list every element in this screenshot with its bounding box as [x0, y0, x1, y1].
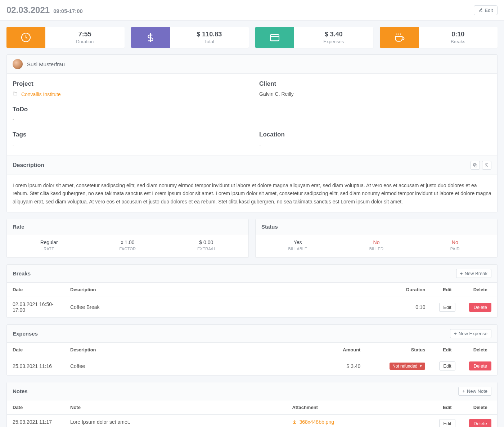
billable-value: Yes: [258, 239, 337, 245]
edit-row-button[interactable]: Edit: [439, 419, 455, 427]
expenses-label: Expenses: [323, 39, 344, 44]
paid-cell: No PAID: [416, 239, 494, 251]
expense-date: 25.03.2021 11:16: [7, 357, 64, 375]
svg-rect-1: [270, 35, 279, 41]
breaks-label: Breaks: [451, 39, 465, 44]
rate-value: Regular: [10, 239, 88, 245]
col-desc: Description: [64, 343, 294, 357]
page-header: 02.03.2021 09:05-17:00 Edit: [0, 0, 504, 21]
new-expense-button[interactable]: + New Expense: [450, 329, 491, 338]
col-attach: Attachment: [286, 400, 431, 415]
col-amount: Amount: [294, 343, 366, 357]
col-date: Date: [7, 283, 64, 297]
notes-heading: Notes: [13, 388, 28, 394]
tags-block: Tags -: [13, 131, 245, 148]
attachment-link[interactable]: 368x448bb.png: [292, 419, 334, 425]
total-value: $ 110.83: [197, 31, 222, 38]
clear-format-icon: [484, 163, 489, 168]
folder-icon: [13, 91, 19, 97]
paid-value: No: [416, 239, 494, 245]
col-del: Delete: [463, 343, 497, 357]
plus-icon: +: [462, 388, 465, 394]
todo-heading: ToDo: [13, 106, 245, 113]
copy-button[interactable]: [471, 161, 480, 170]
location-block: Location -: [259, 131, 491, 148]
description-heading: Description: [13, 162, 44, 168]
new-break-label: New Break: [464, 271, 487, 276]
description-header: Description: [7, 156, 497, 175]
new-expense-label: New Expense: [459, 331, 487, 336]
rate-panel: Rate Regular RATE x 1.00 FACTOR $ 0.00 E…: [6, 219, 249, 258]
edit-button-label: Edit: [485, 8, 493, 13]
paid-label: PAID: [416, 247, 494, 251]
plus-icon: +: [454, 331, 457, 336]
billable-label: BILLABLE: [258, 247, 337, 251]
rate-label: RATE: [10, 247, 88, 251]
breaks-heading: Breaks: [13, 270, 31, 277]
col-date: Date: [7, 343, 64, 357]
duration-value: 7:55: [78, 31, 91, 38]
status-heading: Status: [256, 219, 497, 234]
delete-row-button[interactable]: Delete: [469, 419, 491, 427]
delete-row-button[interactable]: Delete: [469, 361, 491, 370]
expenses-heading: Expenses: [13, 331, 38, 337]
col-note: Note: [64, 400, 286, 415]
note-date: 25.03.2021 11:17: [7, 415, 64, 427]
clear-format-button[interactable]: [482, 161, 491, 170]
user-name: Susi Musterfrau: [27, 61, 65, 67]
col-edit: Edit: [431, 283, 463, 297]
break-date: 02.03.2021 16:50-17:00: [7, 297, 64, 318]
col-duration: Duration: [274, 283, 431, 297]
expenses-value: $ 3.40: [325, 31, 343, 38]
edit-button[interactable]: Edit: [474, 5, 498, 15]
details-panel: Susi Musterfrau Project Convallis Instit…: [6, 54, 498, 212]
copy-icon: [473, 163, 478, 168]
breaks-table: Date Description Duration Edit Delete 02…: [7, 283, 497, 318]
stat-breaks: 0:10 Breaks: [380, 27, 498, 48]
breaks-value: 0:10: [451, 31, 464, 38]
project-heading: Project: [13, 80, 245, 87]
billed-label: BILLED: [337, 247, 415, 251]
title-block: 02.03.2021 09:05-17:00: [6, 5, 83, 15]
client-value: Galvin C. Reilly: [259, 91, 491, 97]
edit-row-button[interactable]: Edit: [439, 361, 455, 370]
breaks-panel: Breaks + New Break Date Description Dura…: [6, 264, 498, 318]
location-heading: Location: [259, 131, 491, 138]
total-label: Total: [204, 39, 214, 44]
avatar: [13, 59, 23, 69]
coffee-icon: [380, 27, 419, 48]
location-value: -: [259, 142, 491, 148]
rate-heading: Rate: [7, 219, 248, 234]
break-desc: Coffee Break: [64, 297, 274, 318]
delete-row-button[interactable]: Delete: [469, 303, 491, 312]
col-status: Status: [366, 343, 431, 357]
note-text: Lore Ipsum dolor set amet.: [64, 415, 286, 427]
stat-duration: 7:55 Duration: [6, 27, 125, 48]
header-time: 09:05-17:00: [53, 8, 83, 14]
edit-row-button[interactable]: Edit: [439, 303, 455, 312]
billed-cell: No BILLED: [337, 239, 415, 251]
extra-cell: $ 0.00 EXTRA/H: [167, 239, 246, 251]
billable-cell: Yes BILLABLE: [258, 239, 337, 251]
billed-value: No: [337, 239, 415, 245]
wallet-icon: [255, 27, 294, 48]
plus-icon: +: [460, 271, 463, 276]
stat-expenses: $ 3.40 Expenses: [255, 27, 373, 48]
expense-amount: $ 3.40: [294, 357, 366, 375]
new-note-label: New Note: [467, 388, 487, 394]
clock-icon: [6, 27, 45, 48]
caret-down-icon: ▼: [419, 364, 423, 368]
project-link[interactable]: Convallis Institute: [21, 91, 61, 97]
table-row: 25.03.2021 11:17 Lore Ipsum dolor set am…: [7, 415, 497, 427]
expenses-panel: Expenses + New Expense Date Description …: [6, 324, 498, 376]
status-dropdown[interactable]: Not refunded ▼: [390, 363, 425, 370]
download-icon: [292, 419, 297, 424]
new-note-button[interactable]: + New Note: [458, 387, 491, 396]
todo-value: -: [13, 117, 245, 122]
col-edit: Edit: [431, 343, 463, 357]
expenses-table: Date Description Amount Status Edit Dele…: [7, 343, 497, 375]
expense-desc: Coffee: [64, 357, 294, 375]
tags-heading: Tags: [13, 131, 245, 138]
factor-label: FACTOR: [88, 247, 167, 251]
new-break-button[interactable]: + New Break: [456, 269, 491, 278]
